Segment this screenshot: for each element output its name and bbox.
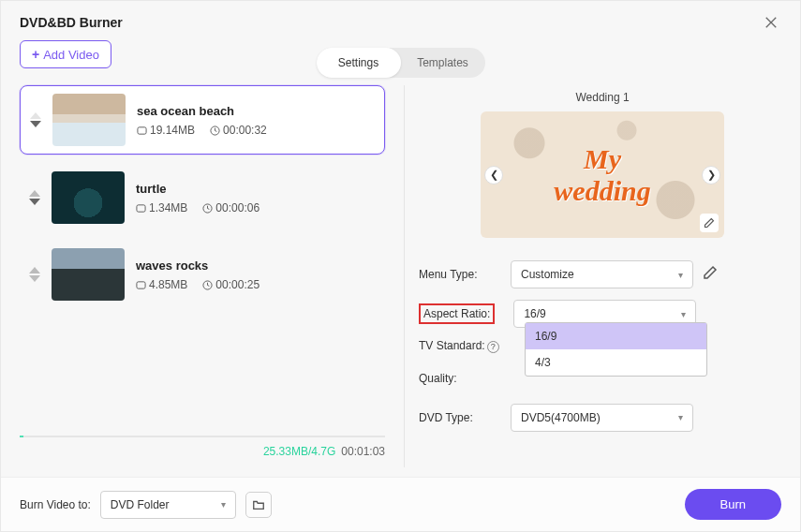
aspect-ratio-dropdown: 16/9 4/3 xyxy=(525,322,707,377)
video-name: sea ocean beach xyxy=(137,104,375,118)
chevron-down-icon: ▾ xyxy=(681,309,686,319)
move-down-icon[interactable] xyxy=(30,121,41,127)
chevron-down-icon: ▾ xyxy=(678,270,683,280)
tv-standard-label: TV Standard:? xyxy=(419,339,511,353)
menu-type-label: Menu Type: xyxy=(419,268,511,281)
aspect-option[interactable]: 16/9 xyxy=(526,323,706,349)
tab-templates[interactable]: Templates xyxy=(401,48,485,78)
clock-icon xyxy=(202,280,213,290)
size-icon xyxy=(137,126,147,136)
size-icon xyxy=(136,280,146,290)
browse-folder-icon[interactable] xyxy=(245,492,272,518)
help-icon[interactable]: ? xyxy=(487,341,499,353)
svg-rect-0 xyxy=(138,127,146,134)
size-icon xyxy=(136,203,146,214)
svg-rect-2 xyxy=(137,205,145,212)
move-up-icon[interactable] xyxy=(29,267,40,273)
quality-label: Quality: xyxy=(419,372,511,385)
aspect-option[interactable]: 4/3 xyxy=(526,349,706,376)
menu-type-select[interactable]: Customize▾ xyxy=(511,260,693,288)
video-duration: 00:00:32 xyxy=(223,124,267,137)
video-duration: 00:00:06 xyxy=(215,201,260,214)
burn-to-label: Burn Video to: xyxy=(20,498,91,511)
clock-icon xyxy=(210,126,220,136)
dvd-type-label: DVD Type: xyxy=(419,411,511,424)
video-size: 19.14MB xyxy=(150,124,195,137)
video-thumbnail xyxy=(52,248,125,301)
video-item[interactable]: sea ocean beach 19.14MB 00:00:32 xyxy=(20,85,385,155)
burn-button[interactable]: Burn xyxy=(685,489,781,520)
burn-to-select[interactable]: DVD Folder▾ xyxy=(100,491,236,519)
move-down-icon[interactable] xyxy=(29,275,40,282)
move-down-icon[interactable] xyxy=(29,199,40,205)
move-up-icon[interactable] xyxy=(30,112,41,119)
window-title: DVD&BD Burner xyxy=(20,15,123,30)
video-item[interactable]: waves rocks 4.85MB 00:00:25 xyxy=(20,241,385,308)
usage-bar xyxy=(20,436,385,437)
aspect-ratio-label: Aspect Ratio: xyxy=(419,303,495,324)
preview-title: Wedding 1 xyxy=(419,91,786,104)
plus-icon: + xyxy=(32,47,39,62)
chevron-down-icon: ▾ xyxy=(221,499,226,510)
edit-preview-icon[interactable] xyxy=(700,214,719,232)
svg-rect-4 xyxy=(137,282,145,288)
video-thumbnail xyxy=(52,94,126,146)
add-video-label: Add Video xyxy=(43,48,99,62)
video-size: 4.85MB xyxy=(149,278,187,291)
video-item[interactable]: turtle 1.34MB 00:00:06 xyxy=(20,164,385,231)
total-size: 25.33MB/4.7G xyxy=(263,445,335,458)
video-thumbnail xyxy=(52,171,125,224)
video-duration: 00:00:25 xyxy=(215,278,260,291)
close-icon[interactable] xyxy=(761,12,781,33)
preview-prev-icon[interactable]: ❮ xyxy=(484,166,503,185)
video-name: waves rocks xyxy=(136,259,376,273)
preview-menu-text: My wedding xyxy=(541,143,663,207)
menu-preview: My wedding ❮ ❯ xyxy=(481,111,724,238)
chevron-down-icon: ▾ xyxy=(678,412,683,422)
add-video-button[interactable]: +Add Video xyxy=(20,40,111,68)
clock-icon xyxy=(202,203,213,214)
video-name: turtle xyxy=(136,182,376,196)
tab-toggle: Settings Templates xyxy=(317,48,485,78)
edit-menu-icon[interactable] xyxy=(703,265,718,284)
preview-next-icon[interactable]: ❯ xyxy=(702,166,720,185)
tab-settings[interactable]: Settings xyxy=(317,48,401,78)
usage-bar-fill xyxy=(20,436,23,437)
move-up-icon[interactable] xyxy=(29,190,40,197)
video-size: 1.34MB xyxy=(149,201,187,214)
dvd-type-select[interactable]: DVD5(4700MB)▾ xyxy=(511,404,693,432)
total-time: 00:01:03 xyxy=(341,445,385,458)
